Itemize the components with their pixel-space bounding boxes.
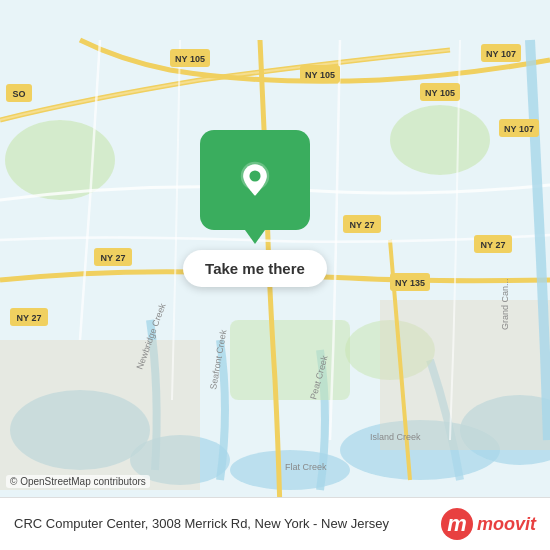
svg-text:NY 135: NY 135 xyxy=(395,278,425,288)
svg-text:NY 27: NY 27 xyxy=(101,253,126,263)
svg-point-6 xyxy=(5,120,115,200)
moovit-logo: m moovit xyxy=(441,508,536,540)
svg-text:NY 27: NY 27 xyxy=(17,313,42,323)
svg-text:Flat Creek: Flat Creek xyxy=(285,462,327,472)
location-address: CRC Computer Center, 3008 Merrick Rd, Ne… xyxy=(14,515,389,533)
svg-text:NY 107: NY 107 xyxy=(486,49,516,59)
moovit-wordmark: moovit xyxy=(477,514,536,535)
osm-attribution: © OpenStreetMap contributors xyxy=(6,475,150,488)
svg-text:NY 107: NY 107 xyxy=(504,124,534,134)
svg-text:Island Creek: Island Creek xyxy=(370,432,421,442)
svg-text:NY 105: NY 105 xyxy=(425,88,455,98)
svg-text:SO: SO xyxy=(12,89,25,99)
map-container: NY 27 NY 27 NY 27 NY 27 NY 135 NY 107 NY… xyxy=(0,0,550,550)
svg-rect-10 xyxy=(0,340,200,490)
svg-text:NY 105: NY 105 xyxy=(175,54,205,64)
svg-text:Grand Can...: Grand Can... xyxy=(500,278,510,330)
svg-text:NY 105: NY 105 xyxy=(305,70,335,80)
moovit-m-icon: m xyxy=(441,508,473,540)
svg-text:NY 27: NY 27 xyxy=(350,220,375,230)
svg-point-7 xyxy=(390,105,490,175)
bottom-bar: CRC Computer Center, 3008 Merrick Rd, Ne… xyxy=(0,497,550,550)
svg-text:NY 27: NY 27 xyxy=(481,240,506,250)
take-me-there-button[interactable]: Take me there xyxy=(183,250,327,287)
